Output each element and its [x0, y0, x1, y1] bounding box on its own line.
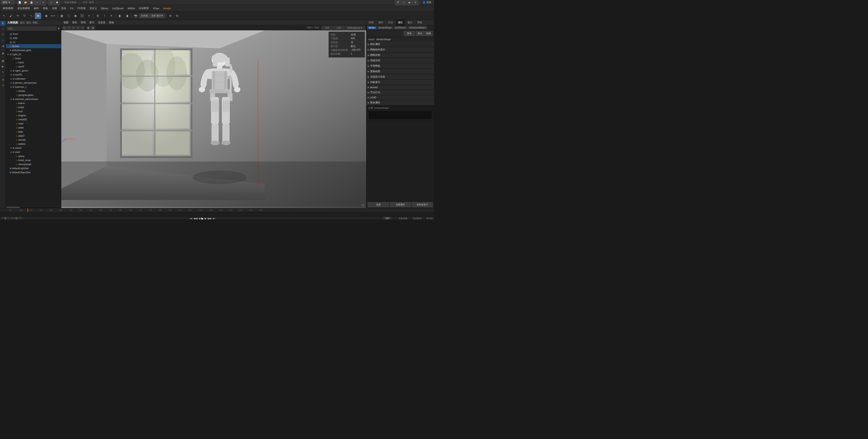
- viewport-canvas[interactable]: X Y Z 宽度: 启用 千液度: N/A 无类型: 否: [61, 30, 366, 208]
- vp-menu-renderer[interactable]: 渲染器: [97, 20, 106, 25]
- gozbrush-menu[interactable]: GoZBrush: [111, 6, 125, 10]
- right-tab-attr[interactable]: 属性: [396, 20, 405, 25]
- display-mode1[interactable]: ▦: [59, 13, 65, 19]
- end-frame-input[interactable]: 120: [383, 217, 391, 220]
- load-attr-btn[interactable]: 加载属性: [390, 202, 411, 207]
- vp-menu-view[interactable]: 视图: [63, 20, 69, 25]
- soft-sel-tool[interactable]: ◉: [43, 13, 49, 19]
- vp-move-btn[interactable]: ✛: [71, 26, 75, 30]
- bifrost-menu[interactable]: Bifrost: [99, 6, 110, 10]
- redo-btn[interactable]: ↪: [40, 0, 46, 5]
- focus-btn[interactable]: 聚焦: [404, 31, 415, 36]
- mode-dropdown[interactable]: 建模 ▼: [1, 0, 14, 4]
- fx-save-menu[interactable]: FX存储: [75, 6, 87, 10]
- surface-icon[interactable]: ◑: [0, 43, 5, 49]
- attr-sections-container[interactable]: ▶ 细分属性 ▶ 网格组件显示 ▶ 网格控制 ▶ 切线空间: [366, 42, 434, 201]
- tree-item-xiezi[interactable]: ▶⊞xiezi: [6, 150, 61, 154]
- display-mode4[interactable]: ⬛: [79, 13, 85, 19]
- obj-tab-dimian[interactable]: dimian: [367, 26, 377, 29]
- snap-all-tool[interactable]: ⧉: [174, 13, 181, 19]
- mesh-menu[interactable]: 融剂: [32, 6, 41, 10]
- vp-wire-btn[interactable]: ▦: [91, 26, 95, 30]
- tree-item-meimao_pifumeimao[interactable]: ▶⊞meimao_pifumeimao: [6, 97, 61, 101]
- paint-mode-icon[interactable]: ⬡: [0, 27, 5, 31]
- vp-input1[interactable]: 0.00: [321, 26, 333, 30]
- tree-item-dimian[interactable]: ◇dimian: [6, 44, 61, 48]
- tree-item-front[interactable]: 🎥front: [6, 32, 61, 36]
- vp-select-btn[interactable]: ⬡: [67, 26, 71, 30]
- mesh-control-header[interactable]: ▶ 网格控制: [366, 53, 434, 58]
- rotate-tool[interactable]: ↻: [21, 13, 28, 19]
- save-file-btn[interactable]: 💾: [29, 0, 34, 5]
- anim-icon[interactable]: ▶: [0, 64, 5, 69]
- timeline-ruler[interactable]: 5101520253035404550556065707580859095100…: [0, 208, 434, 212]
- go-start-btn[interactable]: ⏮: [190, 217, 192, 220]
- curves-menu[interactable]: 曲线/曲面: [1, 6, 15, 10]
- move-tool2[interactable]: ⊕: [167, 13, 174, 19]
- next-frame-btn[interactable]: ▶▶: [208, 217, 212, 220]
- tree-expand-icon[interactable]: ▶: [10, 69, 13, 72]
- tree-expand-icon[interactable]: ▶: [10, 86, 13, 88]
- vp-camera-btn[interactable]: 🎥: [62, 26, 66, 30]
- select-mode-icon[interactable]: ↖: [0, 21, 5, 26]
- notes-input-area[interactable]: [368, 111, 432, 120]
- tree-item-kuzi[interactable]: ◇kuzi: [6, 109, 61, 113]
- select-btn-right[interactable]: 选择: [368, 202, 389, 207]
- sym-tool[interactable]: ⟺: [50, 13, 56, 19]
- tree-item-qiang[interactable]: ◇qiang: [6, 154, 61, 158]
- render-btn1[interactable]: 🎬: [395, 0, 401, 5]
- tree-item-gongnengbao[interactable]: ◇gongnengbao: [6, 93, 61, 97]
- outliner-search-input[interactable]: [7, 27, 56, 31]
- tree-item-waitao[interactable]: ◇waitao: [6, 142, 61, 146]
- tree-item-eyeR1[interactable]: ▶⊞eyeR1: [6, 72, 61, 77]
- outliner-tab-display[interactable]: 显示: [26, 21, 31, 25]
- right-tab-select[interactable]: 选中: [376, 20, 386, 25]
- rig-menu[interactable]: 装备: [41, 6, 50, 10]
- camera-btn[interactable]: 📷: [132, 13, 139, 19]
- fx-icon[interactable]: ✦: [0, 70, 5, 75]
- vp-scale-btn[interactable]: ⤡: [81, 26, 85, 30]
- move-tool[interactable]: ✛: [14, 13, 21, 19]
- display-mode3[interactable]: ◉: [72, 13, 79, 19]
- right-tab-display[interactable]: 显示: [405, 20, 415, 25]
- arnold-menu[interactable]: Arnold: [161, 6, 172, 10]
- tree-item-eyeR[interactable]: ◇eyeR: [6, 64, 61, 68]
- render-stats-header[interactable]: ▶ 渲染统计信息: [366, 74, 434, 80]
- render-icon[interactable]: ◉: [0, 51, 5, 56]
- attr-section-subdivide-header[interactable]: ▶ 细分属性: [366, 42, 434, 47]
- tangent-header[interactable]: ▶ 切线空间: [366, 58, 434, 63]
- tree-item-hand[interactable]: ◇hand: [6, 60, 61, 64]
- hide-btn[interactable]: 隐藏: [425, 31, 433, 36]
- obj-display-header[interactable]: ▶ 对象显示: [366, 80, 434, 85]
- vp-menu-panel[interactable]: 面板: [108, 20, 115, 25]
- tree-item-Light_k1[interactable]: ▶⊞Light_k1: [6, 52, 61, 56]
- tree-item-shouqiang4[interactable]: ◇shouqiang4: [6, 162, 61, 166]
- prev-frame-btn[interactable]: ◀◀: [193, 217, 197, 220]
- tree-item-xgen_geom[interactable]: ▶⊞xgen_geom: [6, 68, 61, 72]
- tree-item-leixian[interactable]: ◇leixian: [6, 89, 61, 93]
- obj-tab-aishadowmatte1[interactable]: aiShadowMatte1: [408, 26, 428, 29]
- uv-icon[interactable]: ▦: [0, 58, 5, 63]
- render-mode1[interactable]: ◧: [117, 13, 123, 19]
- right-tab-help[interactable]: 帮助: [415, 20, 425, 25]
- go-end-btn[interactable]: ⏭: [213, 217, 215, 220]
- node-icon[interactable]: ⊞: [0, 77, 5, 82]
- right-tab-list[interactable]: 列表: [366, 20, 376, 25]
- tree-item-neiyi[interactable]: ◇neiyi: [6, 121, 61, 126]
- xgen-menu[interactable]: XGen: [151, 6, 161, 10]
- tree-expand-icon[interactable]: ▶: [10, 147, 13, 149]
- timeline-track[interactable]: [0, 212, 434, 217]
- uuid-header[interactable]: ▶ UUID: [366, 95, 434, 100]
- lasso-btn[interactable]: ⬟: [54, 0, 60, 5]
- motion-menu[interactable]: 运动图形: [137, 6, 151, 10]
- show-btn[interactable]: 显示: [416, 31, 424, 36]
- pause-btn[interactable]: ⏸: [413, 0, 418, 5]
- smooth-header[interactable]: ▶ 平滑网格: [366, 63, 434, 68]
- tree-item-pige[interactable]: ◇pige: [6, 130, 61, 134]
- open-file-btn[interactable]: 📂: [23, 0, 28, 5]
- custom-menu[interactable]: 自定义: [88, 6, 99, 10]
- tree-expand-icon[interactable]: ▶: [7, 53, 9, 56]
- tree-item-aiSkyDomeLight1[interactable]: ✦aiSkyDomeLight1: [6, 48, 61, 52]
- tree-item-collection[interactable]: ▶⊞collection: [6, 77, 61, 81]
- tree-item-head_snap[interactable]: ◇head_snap: [6, 158, 61, 162]
